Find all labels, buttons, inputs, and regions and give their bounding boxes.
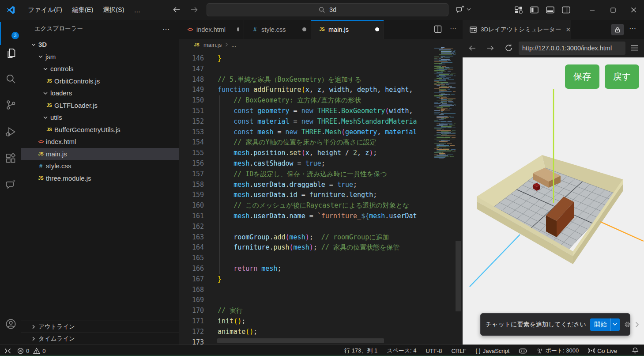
simple-browser-panel: 3Dレイアウトシミュレーター ✕ ⋯ http://127.0.0.1:3000… xyxy=(463,20,644,345)
code-line-152: 152 const material = new THREE.MeshStand… xyxy=(179,117,463,127)
tree-item-index.html[interactable]: <>index.html xyxy=(21,136,179,148)
code-line-169: 169 xyxy=(179,295,463,306)
minimap[interactable] xyxy=(433,39,463,345)
customize-layout-icon[interactable] xyxy=(515,6,523,14)
browser-tab-close-icon[interactable]: ✕ xyxy=(565,26,571,33)
start-dropdown-icon[interactable] xyxy=(613,323,617,326)
menu-item-1[interactable]: 編集(E) xyxy=(67,4,98,16)
code-line-148: 148// 5.単純な家具（BoxGeometry）を追加する xyxy=(179,75,463,85)
back-arrow[interactable] xyxy=(172,5,181,14)
source-control-icon[interactable] xyxy=(0,94,21,115)
encoding[interactable]: UTF-8 xyxy=(426,348,442,354)
maximize-button[interactable] xyxy=(603,0,623,20)
3d-scene[interactable] xyxy=(463,57,644,345)
problems-status[interactable]: 0 0 xyxy=(17,348,45,354)
language-mode[interactable]: { }JavaScript xyxy=(475,348,509,354)
code-line-162: 162 xyxy=(179,222,463,232)
run-debug-icon[interactable] xyxy=(0,121,21,142)
tree-item-loaders[interactable]: loaders xyxy=(21,87,179,99)
explorer-title: エクスプローラー xyxy=(34,25,83,33)
explorer-icon[interactable] xyxy=(0,42,21,64)
lock-button[interactable] xyxy=(611,24,624,35)
tab-style.css[interactable]: #style.css xyxy=(244,20,311,39)
editor-group: <>index.html#style.cssJSmain.js ⋯ JS mai… xyxy=(179,20,463,345)
timeline-section[interactable]: タイムライン xyxy=(21,333,179,345)
outline-section[interactable]: アウトライン xyxy=(21,321,179,333)
code-editor[interactable]: 146}147148// 5.単純な家具（BoxGeometry）を追加する14… xyxy=(179,53,463,348)
explorer-sidebar: エクスプローラー ⋯ 3DjsmcontrolsJSOrbitControls.… xyxy=(21,20,179,345)
account-icon[interactable] xyxy=(0,313,21,334)
radio-tower-icon xyxy=(536,348,543,354)
menu-item-3[interactable]: … xyxy=(129,4,146,16)
tree-item-BufferGeometryUtils.js[interactable]: JSBufferGeometryUtils.js xyxy=(21,124,179,136)
toggle-panel-icon[interactable] xyxy=(546,6,554,14)
lock-icon xyxy=(614,27,621,33)
vertical-scrollbar[interactable] xyxy=(456,241,461,311)
tree-item-GLTFLoader.js[interactable]: JSGLTFLoader.js xyxy=(21,99,179,112)
tab-main.js[interactable]: JSmain.js xyxy=(311,20,384,39)
menu-item-2[interactable]: 選択(S) xyxy=(98,4,129,16)
browser-menu-icon[interactable] xyxy=(631,45,638,51)
browser-tab[interactable]: 3Dレイアウトシミュレーター ✕ xyxy=(463,20,571,39)
cursor-position[interactable]: 行 173、列 1 xyxy=(344,347,377,355)
breadcrumb[interactable]: JS main.js ... xyxy=(179,39,463,50)
code-line-159: 159 mesh.userData.id = furniture.length; xyxy=(179,190,463,201)
js-file-icon: JS xyxy=(193,42,200,47)
chat-settings-gear-icon[interactable] xyxy=(624,321,631,328)
toggle-secondary-sidebar-icon[interactable] xyxy=(562,6,570,14)
code-line-155: 155 mesh.position.set(x, height / 2, z); xyxy=(179,148,463,159)
copilot-menu[interactable] xyxy=(456,5,471,14)
code-line-158: 158 mesh.userData.draggable = true; xyxy=(179,180,463,190)
breadcrumb-separator xyxy=(223,42,230,48)
browser-tab-strip: 3Dレイアウトシミュレーター ✕ ⋯ xyxy=(463,20,644,39)
tree-item-three.module.js[interactable]: JSthree.module.js xyxy=(21,172,179,185)
tree-item-utils[interactable]: utils xyxy=(21,111,179,124)
search-view-icon[interactable] xyxy=(0,68,21,89)
code-line-164: 164 furniture.push(mesh); // 家具の位置状態を保管 xyxy=(179,242,463,253)
chat-view-icon[interactable] xyxy=(0,174,21,195)
code-line-146: 146} xyxy=(179,53,463,64)
browser-back-icon[interactable] xyxy=(468,44,477,53)
close-button[interactable] xyxy=(623,0,644,20)
code-line-170: 170// 実行 xyxy=(179,306,463,316)
save-button[interactable]: 保存 xyxy=(565,64,599,89)
start-button[interactable]: 開始 xyxy=(590,318,620,331)
chat-expand-chevron-icon[interactable] xyxy=(635,322,639,328)
error-icon xyxy=(17,348,24,354)
eol-sequence[interactable]: CRLF xyxy=(451,348,466,354)
active-view-indicator xyxy=(0,22,1,45)
code-line-167: 167} xyxy=(179,274,463,285)
activity-bar: 3 xyxy=(0,20,21,345)
tree-item-OrbitControls.js[interactable]: JSOrbitControls.js xyxy=(21,75,179,87)
explorer-more-actions[interactable]: ⋯ xyxy=(162,25,170,34)
remote-indicator-icon[interactable] xyxy=(4,348,11,354)
tree-item-main.js[interactable]: JSmain.js xyxy=(21,148,179,160)
horizontal-scrollbar[interactable] xyxy=(217,338,384,343)
tree-item-jsm[interactable]: jsm xyxy=(21,51,179,63)
search-value: 3d xyxy=(329,6,336,13)
command-search-box[interactable]: 3d xyxy=(207,3,448,16)
tab-index.html[interactable]: <>index.html xyxy=(179,20,244,39)
editor-more-actions[interactable]: ⋯ xyxy=(450,25,456,33)
tree-item-controls[interactable]: controls xyxy=(21,63,179,75)
extensions-icon[interactable] xyxy=(0,148,21,169)
url-input[interactable]: http://127.0.0.1:3000/index.html xyxy=(519,42,625,55)
browser-forward-icon[interactable] xyxy=(486,44,495,53)
copilot-status-icon[interactable] xyxy=(519,348,527,354)
browser-reload-icon[interactable] xyxy=(505,44,513,52)
code-line-163: 163 roomGroup.add(mesh); // roomGroupに追加 xyxy=(179,232,463,243)
tree-item-3D[interactable]: 3D xyxy=(21,38,179,51)
port-status[interactable]: ポート: 3000 xyxy=(536,347,579,355)
reset-button[interactable]: 戻す xyxy=(605,64,639,89)
toggle-primary-sidebar-icon[interactable] xyxy=(530,6,539,14)
browser-more-actions[interactable]: ⋯ xyxy=(629,24,636,32)
tree-item-style.css[interactable]: #style.css xyxy=(21,160,179,172)
split-editor-icon[interactable] xyxy=(434,25,442,33)
notifications-bell-icon[interactable] xyxy=(632,347,639,354)
forward-arrow[interactable] xyxy=(190,5,199,14)
go-live[interactable]: Go Live xyxy=(588,348,617,354)
chat-placeholder: チャットに要素を追加してください xyxy=(486,321,586,329)
indentation[interactable]: スペース: 4 xyxy=(387,347,416,355)
menu-item-0[interactable]: ファイル(F) xyxy=(23,4,67,16)
minimize-button[interactable] xyxy=(582,0,603,20)
